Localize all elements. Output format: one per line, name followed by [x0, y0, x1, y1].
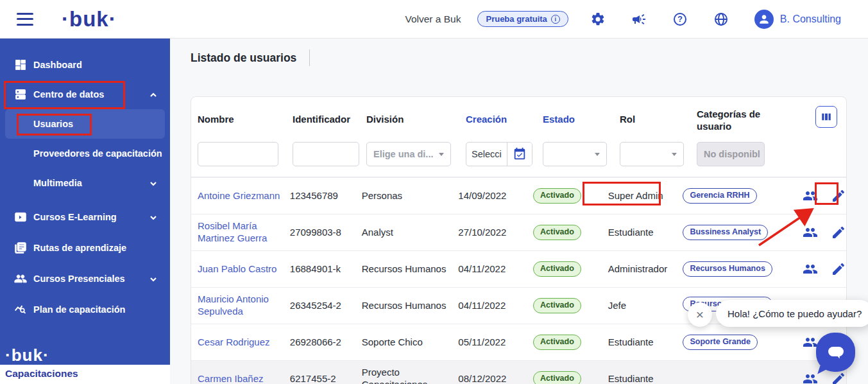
user-name-link[interactable]: Cesar Rodriguez	[198, 336, 290, 349]
caret-down-icon	[439, 153, 444, 156]
sidebar-item-proveedores[interactable]: Proveedores de capacitación	[0, 139, 170, 168]
data-center-icon	[14, 88, 27, 101]
edit-pencil-icon[interactable]	[831, 371, 846, 384]
sidebar-item-multimedia[interactable]: Multimedia	[0, 168, 170, 198]
chevron-down-icon	[149, 179, 157, 187]
sidebar-item-cursos-elearning[interactable]: Cursos E-Learning	[0, 202, 170, 232]
hamburger-menu-icon[interactable]	[17, 13, 33, 26]
user-division: Personas	[362, 190, 459, 202]
user-avatar[interactable]	[754, 10, 774, 29]
user-identifier: 16884901-k	[290, 263, 362, 275]
sidebar-item-plan-capacitacion[interactable]: Plan de capacitación	[0, 294, 170, 325]
user-role: Super Admin	[608, 190, 683, 202]
filter-categorias-disabled: No disponibl	[697, 142, 765, 166]
impersonate-users-icon[interactable]	[803, 188, 818, 204]
edit-pencil-icon[interactable]	[831, 261, 846, 277]
sidebar-item-label: Dashboard	[33, 60, 82, 70]
user-name-link[interactable]: Antoine Griezmann	[198, 190, 290, 202]
main-content: Listado de usuarios Nombre Identificador…	[170, 39, 868, 384]
user-name-link[interactable]: Rosibel María Martinez Guerra	[198, 220, 290, 245]
user-created: 04/11/2022	[458, 300, 533, 312]
elearning-icon	[14, 211, 27, 223]
user-identifier: 26928066-2	[290, 336, 362, 349]
user-name-link[interactable]: Mauricio Antonio Sepulveda	[198, 293, 290, 318]
impersonate-users-icon[interactable]	[803, 225, 818, 240]
sidebar-item-label: Cursos Presenciales	[33, 274, 125, 284]
table-filter-row: Elige una di... Selecci	[191, 139, 846, 177]
topbar-actions: Volver a Buk Prueba gratuita i ? B. Cons…	[405, 10, 868, 29]
calendar-icon-button[interactable]	[507, 143, 532, 166]
close-icon: ×	[696, 307, 704, 322]
status-badge: Activado	[533, 225, 581, 240]
user-name-link[interactable]: Carmen Ibañez	[198, 373, 290, 384]
language-globe-icon[interactable]	[713, 12, 729, 27]
trial-badge[interactable]: Prueba gratuita i	[477, 11, 568, 27]
trial-badge-label: Prueba gratuita	[486, 14, 547, 24]
impersonate-users-icon[interactable]	[803, 261, 818, 277]
filter-nombre-input[interactable]	[198, 142, 278, 166]
user-role: Estudiante	[608, 336, 683, 349]
user-division: Soporte Chico	[362, 336, 459, 349]
learning-paths-icon	[14, 241, 27, 254]
back-to-buk-link[interactable]: Volver a Buk	[405, 13, 461, 25]
column-header-estado[interactable]: Estado	[543, 109, 620, 125]
sidebar-item-label: Multimedia	[33, 178, 82, 188]
user-created: 08/12/2022	[458, 373, 533, 384]
edit-pencil-icon[interactable]	[831, 188, 846, 204]
user-name-link[interactable]: Juan Pablo Castro	[198, 263, 290, 275]
status-badge: Activado	[533, 335, 581, 350]
filter-division-select[interactable]: Elige una di...	[366, 142, 451, 166]
user-created: 27/10/2022	[458, 227, 533, 239]
user-role: Estudiante	[608, 227, 683, 239]
user-role: Estudiante	[608, 373, 683, 384]
sidebar-item-label: Cursos E-Learning	[33, 212, 117, 222]
edit-pencil-icon[interactable]	[831, 225, 846, 240]
info-icon: i	[551, 15, 560, 24]
column-header-rol: Rol	[620, 109, 697, 125]
filter-creacion-date[interactable]: Selecci	[466, 142, 532, 166]
account-name[interactable]: B. Consulting	[780, 13, 841, 25]
status-badge: Activado	[533, 261, 581, 277]
sidebar-buk-logo: ·buk·	[5, 345, 49, 365]
user-created: 04/11/2022	[458, 263, 533, 275]
table-row: Juan Pablo Castro 16884901-k Recursos Hu…	[191, 250, 846, 287]
column-header-nombre: Nombre	[198, 109, 293, 125]
user-identifier: 27099803-8	[290, 227, 362, 239]
chat-close-button[interactable]: ×	[688, 302, 712, 327]
category-pill: Bussiness Analyst	[683, 225, 768, 240]
chat-tooltip[interactable]: Hola! ¿Cómo te puedo ayudar?	[716, 300, 868, 327]
topbar: ·buk· Volver a Buk Prueba gratuita i ? B…	[0, 0, 868, 39]
impersonate-users-icon[interactable]	[803, 371, 818, 384]
column-header-creacion[interactable]: Creación	[466, 109, 543, 125]
division-placeholder: Elige una di...	[373, 149, 433, 159]
status-badge: Activado	[533, 371, 581, 384]
capacitaciones-label: Capacitaciones	[5, 368, 78, 380]
column-header-categorias: Categorías de usuario	[697, 109, 793, 133]
sidebar-item-dashboard[interactable]: Dashboard	[0, 50, 170, 80]
table-row: Rosibel María Martinez Guerra 27099803-8…	[191, 214, 846, 250]
category-pill: Gerencia RRHH	[683, 188, 756, 204]
page-title: Listado de usuarios	[191, 51, 296, 65]
table-row: Cesar Rodriguez 26928066-2 Soporte Chico…	[191, 324, 846, 360]
help-icon[interactable]: ?	[672, 12, 688, 27]
sidebar-item-rutas[interactable]: Rutas de aprendizaje	[0, 232, 170, 263]
training-plan-icon	[14, 303, 27, 316]
filter-estado-select[interactable]	[543, 142, 607, 166]
title-divider	[309, 49, 310, 66]
filter-rol-select[interactable]	[620, 142, 684, 166]
sidebar-item-label: Rutas de aprendizaje	[33, 243, 126, 253]
column-picker-button[interactable]	[815, 106, 837, 128]
chevron-down-icon	[149, 275, 157, 283]
table-row: Carmen Ibañez 6217455-2 Proyecto Capacit…	[191, 360, 846, 384]
sidebar-item-cursos-presenciales[interactable]: Cursos Presenciales	[0, 263, 170, 294]
settings-gear-icon[interactable]	[590, 12, 606, 27]
announcements-megaphone-icon[interactable]	[631, 12, 647, 27]
sidebar-item-centro-de-datos[interactable]: Centro de datos	[0, 80, 170, 109]
sidebar-item-label: Proveedores de capacitación	[33, 148, 162, 159]
dashboard-icon	[14, 58, 27, 71]
filter-identificador-input[interactable]	[293, 142, 359, 166]
user-identifier: 123456789	[290, 190, 362, 202]
user-identifier: 26345254-2	[290, 300, 362, 312]
sidebar-item-usuarios[interactable]: Usuarios	[5, 109, 165, 139]
chat-launcher-button[interactable]	[816, 333, 855, 372]
